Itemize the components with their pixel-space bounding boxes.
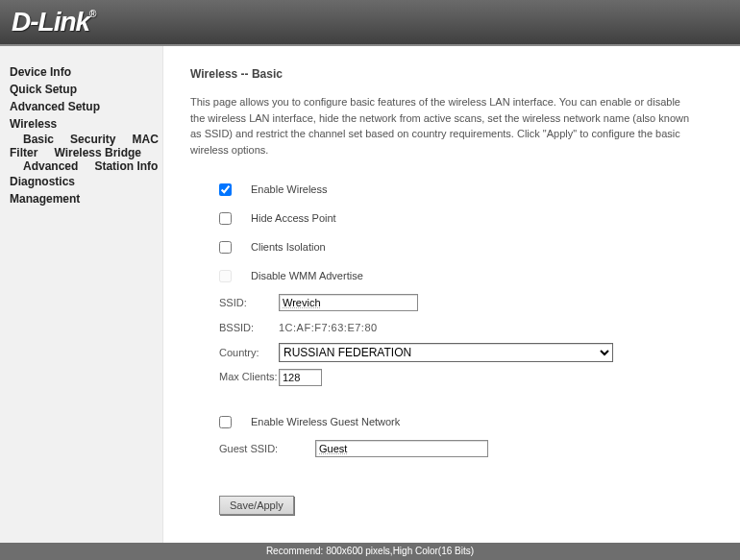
row-disable-wmm: Disable WMM Advertise (219, 261, 721, 290)
checkbox-enable-wireless[interactable] (219, 183, 232, 196)
nav-diagnostics[interactable]: Diagnostics (10, 173, 162, 190)
page-title: Wireless -- Basic (190, 67, 721, 81)
nav-device-info[interactable]: Device Info (10, 63, 162, 81)
nav-wireless-station-info[interactable]: Station Info (81, 158, 158, 175)
nav-wireless-advanced[interactable]: Advanced (10, 158, 78, 175)
checkbox-hide-ap[interactable] (219, 212, 232, 225)
sidebar: Device Info Quick Setup Advanced Setup W… (0, 46, 163, 543)
header-bar: D-Link® (0, 0, 740, 46)
form-block: Enable Wireless Hide Access Point Client… (190, 175, 721, 515)
label-disable-wmm: Disable WMM Advertise (251, 270, 363, 281)
row-clients-isolation: Clients Isolation (219, 232, 721, 261)
label-guest-ssid: Guest SSID: (219, 443, 315, 454)
label-enable-guest: Enable Wireless Guest Network (251, 416, 400, 427)
checkbox-disable-wmm (219, 270, 232, 282)
row-ssid: SSID: (219, 290, 721, 315)
brand-text: D-Link (12, 7, 89, 37)
input-guest-ssid[interactable] (315, 440, 488, 457)
row-hide-ap: Hide Access Point (219, 204, 721, 232)
brand-logo: D-Link® (12, 7, 95, 37)
row-country: Country: RUSSIAN FEDERATION (219, 340, 721, 365)
checkbox-clients-isolation[interactable] (219, 241, 232, 254)
row-guest-ssid: Guest SSID: (219, 436, 721, 461)
content-pane: Wireless -- Basic This page allows you t… (163, 46, 740, 543)
label-ssid: SSID: (219, 297, 279, 308)
nav-quick-setup[interactable]: Quick Setup (10, 81, 162, 98)
value-bssid: 1C:AF:F7:63:E7:80 (279, 322, 378, 333)
body-wrap: Device Info Quick Setup Advanced Setup W… (0, 46, 740, 543)
checkbox-enable-guest[interactable] (219, 416, 232, 428)
row-enable-guest: Enable Wireless Guest Network (219, 407, 721, 436)
trademark-icon: ® (89, 9, 95, 19)
page-description: This page allows you to configure basic … (190, 94, 690, 158)
row-enable-wireless: Enable Wireless (219, 175, 721, 204)
label-max-clients: Max Clients: (219, 371, 279, 383)
nav-management[interactable]: Management (10, 190, 162, 207)
label-bssid: BSSID: (219, 322, 279, 333)
save-apply-button[interactable]: Save/Apply (219, 496, 294, 515)
label-hide-ap: Hide Access Point (251, 212, 336, 224)
select-country[interactable]: RUSSIAN FEDERATION (279, 343, 613, 362)
label-country: Country: (219, 347, 279, 358)
input-ssid[interactable] (279, 294, 418, 311)
label-enable-wireless: Enable Wireless (251, 183, 327, 195)
input-max-clients[interactable] (279, 369, 322, 386)
footer-text: Recommend: 800x600 pixels,High Color(16 … (266, 546, 474, 556)
row-bssid: BSSID: 1C:AF:F7:63:E7:80 (219, 315, 721, 340)
row-max-clients: Max Clients: (219, 365, 721, 390)
label-clients-isolation: Clients Isolation (251, 241, 326, 253)
footer-bar: Recommend: 800x600 pixels,High Color(16 … (0, 543, 740, 560)
nav-advanced-setup[interactable]: Advanced Setup (10, 98, 162, 115)
